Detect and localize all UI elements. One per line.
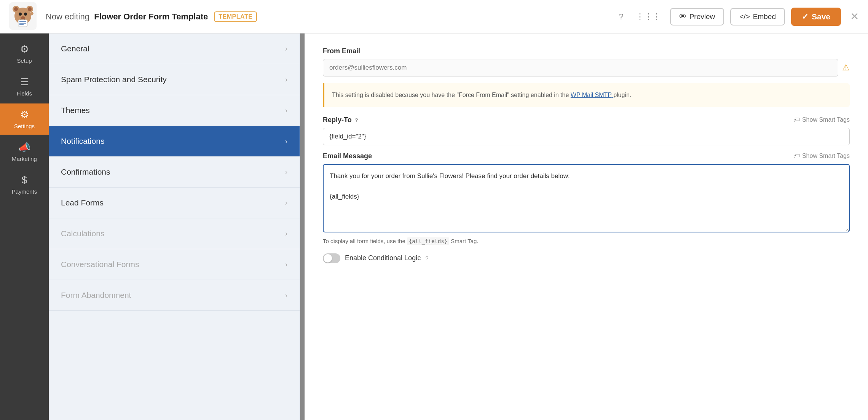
svg-point-5 <box>28 7 32 11</box>
chevron-icon-calculations: › <box>285 230 287 238</box>
sidebar-item-fields[interactable]: ☰ Fields <box>0 71 49 102</box>
from-email-row: ⚠ <box>323 59 850 76</box>
helper-text: To display all form fields, use the {all… <box>323 238 850 244</box>
menu-item-spam[interactable]: Spam Protection and Security › <box>49 64 300 95</box>
conditional-logic-help-icon[interactable]: ? <box>425 255 428 261</box>
preview-button[interactable]: 👁 Preview <box>670 8 724 25</box>
chevron-icon-lead-forms: › <box>285 199 287 207</box>
reply-to-input[interactable] <box>323 128 850 145</box>
menu-label-conversational-forms: Conversational Forms <box>61 260 139 269</box>
conditional-logic-toggle[interactable] <box>323 253 340 263</box>
reply-to-label-row: Reply-To ? 🏷 Show Smart Tags <box>323 116 850 124</box>
menu-item-form-abandonment: Form Abandonment › <box>49 280 300 311</box>
menu-item-lead-forms[interactable]: Lead Forms › <box>49 188 300 218</box>
email-message-row: Thank you for your order from Sullie's F… <box>323 164 850 234</box>
reply-to-help-icon[interactable]: ? <box>355 117 358 123</box>
sidebar-label-fields: Fields <box>17 90 32 97</box>
chevron-icon-general: › <box>285 45 287 53</box>
marketing-icon: 📣 <box>18 142 30 153</box>
sidebar-item-marketing[interactable]: 📣 Marketing <box>0 136 49 167</box>
reply-to-label-text: Reply-To <box>323 116 352 124</box>
panel-divider <box>300 33 305 420</box>
settings-icon: ⚙ <box>20 109 29 121</box>
show-smart-tags-button-reply[interactable]: 🏷 Show Smart Tags <box>793 116 850 124</box>
from-email-label-text: From Email <box>323 47 360 55</box>
svg-point-8 <box>21 16 25 19</box>
sidebar-item-settings[interactable]: ⚙ Settings <box>0 103 49 135</box>
menu-item-themes[interactable]: Themes › <box>49 95 300 126</box>
embed-label: Embed <box>753 13 776 21</box>
show-smart-tags-label-message: Show Smart Tags <box>802 153 850 159</box>
warning-text: This setting is disabled because you hav… <box>332 92 569 98</box>
menu-label-confirmations: Confirmations <box>61 167 110 177</box>
editing-label: Now editing Flower Order Form Template <box>46 12 208 22</box>
sidebar-item-payments[interactable]: $ Payments <box>0 169 49 200</box>
warning-text2: plugin. <box>613 92 631 98</box>
menu-label-calculations: Calculations <box>61 229 104 238</box>
sidebar-label-payments: Payments <box>12 188 37 195</box>
reply-to-label: Reply-To ? <box>323 116 358 124</box>
wp-mail-smtp-link[interactable]: WP Mail SMTP <box>571 92 613 98</box>
from-email-label: From Email <box>323 47 850 55</box>
menu-label-form-abandonment: Form Abandonment <box>61 291 131 300</box>
embed-button[interactable]: </> Embed <box>730 8 785 25</box>
from-email-input[interactable] <box>323 59 838 76</box>
svg-point-7 <box>24 13 27 16</box>
menu-label-lead-forms: Lead Forms <box>61 198 104 207</box>
tag-icon-reply: 🏷 <box>793 116 800 124</box>
chevron-icon-themes: › <box>285 107 287 115</box>
sidebar-item-setup[interactable]: ⚙ Setup <box>0 38 49 69</box>
preview-label: Preview <box>689 13 715 21</box>
fields-icon: ☰ <box>20 76 29 88</box>
conditional-logic-label: Enable Conditional Logic <box>345 254 421 262</box>
eye-icon: 👁 <box>679 13 686 21</box>
email-message-textarea[interactable]: Thank you for your order from Sullie's F… <box>323 164 850 232</box>
setup-icon: ⚙ <box>20 43 29 55</box>
content-area: From Email ⚠ This setting is disabled be… <box>305 33 868 420</box>
menu-item-calculations: Calculations › <box>49 218 300 249</box>
save-button[interactable]: ✓ Save <box>791 8 841 26</box>
warning-icon: ⚠ <box>842 63 850 73</box>
svg-point-6 <box>19 13 22 16</box>
form-title: Flower Order Form Template <box>94 12 208 21</box>
menu-item-general[interactable]: General › <box>49 33 300 64</box>
save-label: Save <box>812 12 830 21</box>
sidebar-label-settings: Settings <box>14 123 35 129</box>
logo <box>9 2 37 31</box>
tag-icon-message: 🏷 <box>793 152 800 160</box>
email-message-label-text: Email Message <box>323 152 372 160</box>
main-area: ⚙ Setup ☰ Fields ⚙ Settings 📣 Marketing … <box>0 33 868 420</box>
reply-to-row <box>323 128 850 145</box>
template-badge: TEMPLATE <box>214 11 257 22</box>
menu-label-themes: Themes <box>61 106 90 115</box>
checkmark-icon: ✓ <box>802 12 809 21</box>
menu-label-notifications: Notifications <box>61 137 104 146</box>
chevron-icon-form-abandonment: › <box>285 291 287 299</box>
chevron-icon-notifications: › <box>285 137 287 145</box>
svg-point-4 <box>14 7 18 11</box>
show-smart-tags-button-message[interactable]: 🏷 Show Smart Tags <box>793 152 850 160</box>
email-message-label-row: Email Message 🏷 Show Smart Tags <box>323 152 850 160</box>
menu-item-notifications[interactable]: Notifications › <box>49 126 300 157</box>
menu-item-conversational-forms: Conversational Forms › <box>49 249 300 280</box>
sidebar-label-setup: Setup <box>17 57 32 64</box>
close-button[interactable]: ✕ <box>850 10 859 23</box>
sidebar: ⚙ Setup ☰ Fields ⚙ Settings 📣 Marketing … <box>0 33 49 420</box>
grid-icon[interactable]: ⋮⋮⋮ <box>633 9 664 25</box>
code-icon: </> <box>739 13 750 21</box>
show-smart-tags-label-reply: Show Smart Tags <box>802 116 850 123</box>
topbar: Now editing Flower Order Form Template T… <box>0 0 868 33</box>
help-icon[interactable]: ? <box>616 9 626 25</box>
warning-box: This setting is disabled because you hav… <box>323 83 850 107</box>
settings-panel: General › Spam Protection and Security ›… <box>49 33 300 420</box>
payments-icon: $ <box>22 174 27 186</box>
menu-label-spam: Spam Protection and Security <box>61 75 167 84</box>
conditional-logic-row: Enable Conditional Logic ? <box>323 253 850 263</box>
email-message-label: Email Message <box>323 152 372 160</box>
chevron-icon-confirmations: › <box>285 168 287 176</box>
menu-label-general: General <box>61 44 89 53</box>
chevron-icon-conversational-forms: › <box>285 261 287 269</box>
sidebar-label-marketing: Marketing <box>12 156 37 162</box>
menu-item-confirmations[interactable]: Confirmations › <box>49 157 300 188</box>
warning-link-text: WP Mail SMTP <box>571 92 612 98</box>
